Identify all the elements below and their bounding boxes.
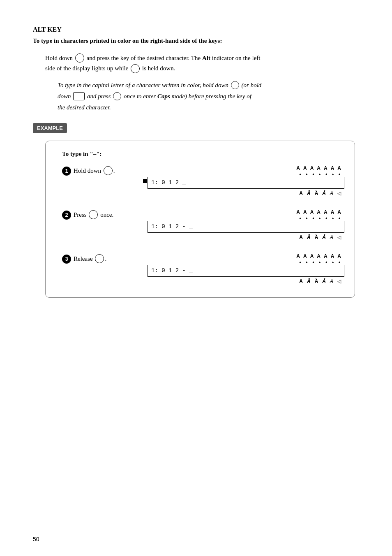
alt-bold: Alt	[202, 55, 210, 61]
step3-key-circle	[95, 254, 104, 263]
step-2-number: 2	[62, 208, 74, 220]
lcd-screen-3: 1: 0 1 2 - _	[148, 265, 344, 277]
step-1-number: 1	[62, 164, 74, 176]
para1-after-bold: indicator on the left	[210, 55, 261, 61]
step-3-row: 3 Release . A A A A A A A ▲ ▲ ▲	[62, 253, 344, 285]
section-subtitle: To type in characters printed in color o…	[33, 36, 363, 46]
section-title: ALT KEY	[33, 25, 363, 35]
italic-key-circle-2	[113, 92, 121, 100]
italic-para2-middle: and press	[87, 93, 111, 100]
step-3-description: Release .	[74, 253, 148, 264]
italic-para3: the desired character.	[58, 104, 111, 111]
italic-para2-after: once to enter	[124, 93, 157, 100]
example-title: To type in "–":	[62, 149, 344, 159]
lcd-screen-2: 1: 0 1 2 - _	[148, 221, 344, 233]
step-1-row: 1 Hold down . A A A A A A A ▲ ▲	[62, 164, 344, 197]
italic-para1-end: (or hold	[242, 82, 262, 88]
step-3-diagram: A A A A A A A ▲ ▲ ▲ ▲ ▲ ▲ ▲	[148, 253, 344, 285]
triangles-row-1: ▲ ▲ ▲ ▲ ▲ ▲ ▲	[299, 172, 344, 177]
italic-para2-before: down	[58, 93, 71, 100]
para1-hold-down: Hold down	[45, 55, 73, 61]
para1-line2-end: is held down.	[142, 65, 175, 72]
italic-paragraph: To type in the capital letter of a chara…	[58, 80, 363, 113]
italic-key-circle-1	[231, 81, 239, 89]
step-1-diagram: A A A A A A A ▲ ▲ ▲ ▲ ▲ ▲ ▲	[148, 164, 344, 197]
step-2-description: Press once.	[74, 208, 148, 220]
step-3-number: 3	[62, 253, 74, 264]
step1-key-circle	[104, 166, 113, 175]
step2-key-circle	[89, 210, 98, 219]
chars-below-3: A Ā Ä Â A ◁	[299, 278, 344, 285]
example-box: To type in "–": 1 Hold down . A A A A A …	[45, 141, 355, 298]
caps-bold: Caps	[157, 93, 170, 100]
lcd-screen-1: 1: 0 1 2 _	[148, 177, 344, 189]
chars-below-1: A Ā Ä Â A ◁	[299, 190, 344, 197]
example-label: EXAMPLE	[33, 123, 67, 134]
alt-key-circle-1	[75, 53, 84, 63]
para1-after-key: and press the key of the desired charact…	[87, 55, 202, 61]
italic-para2-end: mode) before pressing the key of	[170, 93, 251, 100]
page-footer: 50	[33, 532, 363, 544]
page-number: 50	[33, 536, 39, 542]
para1-line2: side of the display lights up while	[45, 65, 128, 72]
step-1-description: Hold down .	[74, 164, 148, 176]
triangles-row-2: ▲ ▲ ▲ ▲ ▲ ▲ ▲	[299, 216, 344, 221]
chars-below-2: A Ā Ä Â A ◁	[299, 234, 344, 241]
step-2-row: 2 Press once. A A A A A A A ▲ ▲	[62, 208, 344, 241]
triangles-row-3: ▲ ▲ ▲ ▲ ▲ ▲ ▲	[299, 260, 344, 265]
paragraph-1: Hold down and press the key of the desir…	[45, 53, 363, 74]
italic-para1: To type in the capital letter of a chara…	[58, 82, 228, 88]
alt-key-circle-2	[131, 64, 140, 73]
step-2-diagram: A A A A A A A ▲ ▲ ▲ ▲ ▲ ▲ ▲	[148, 208, 344, 241]
italic-key-rect	[73, 92, 85, 100]
example-label-wrapper: EXAMPLE	[33, 119, 363, 138]
lcd-indicator-1	[143, 179, 147, 183]
